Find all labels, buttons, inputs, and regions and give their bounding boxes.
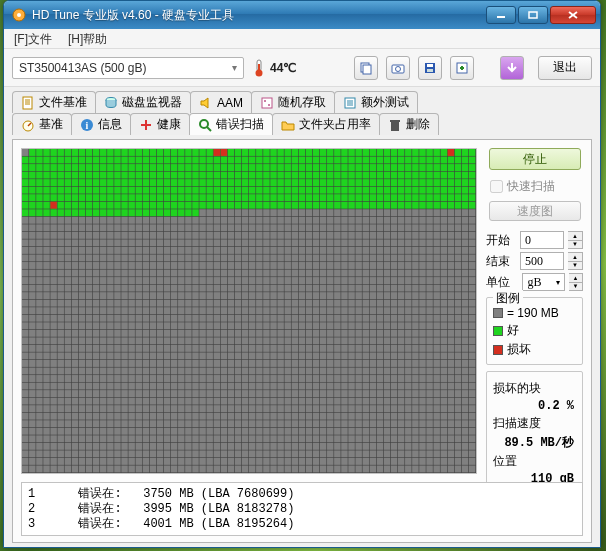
- svg-rect-1537: [263, 322, 269, 329]
- svg-rect-625: [150, 217, 156, 224]
- svg-rect-368: [143, 187, 149, 194]
- svg-rect-196: [284, 164, 290, 171]
- svg-rect-727: [419, 224, 425, 231]
- menu-help[interactable]: [H]帮助: [68, 31, 107, 46]
- svg-rect-1793: [263, 352, 269, 359]
- svg-rect-168: [86, 164, 92, 171]
- screenshot-button[interactable]: [386, 56, 410, 80]
- tab-错误扫描[interactable]: 错误扫描: [189, 113, 273, 135]
- svg-rect-2227: [164, 405, 170, 412]
- svg-rect-1183: [22, 285, 28, 292]
- tab-文件夹占用率[interactable]: 文件夹占用率: [272, 113, 380, 135]
- svg-rect-752: [143, 232, 149, 239]
- close-button[interactable]: [550, 6, 596, 24]
- tab-AAM[interactable]: AAM: [190, 91, 252, 113]
- svg-rect-2719: [22, 465, 28, 472]
- minimize-button[interactable]: [486, 6, 516, 24]
- tab-文件基准[interactable]: 文件基准: [12, 91, 96, 113]
- svg-rect-1215: [249, 285, 255, 292]
- refresh-button[interactable]: [500, 56, 524, 80]
- menu-file[interactable]: [F]文件: [14, 31, 52, 46]
- start-input[interactable]: 0: [520, 231, 564, 249]
- tab-信息[interactable]: i信息: [71, 113, 131, 135]
- svg-rect-1883: [448, 360, 454, 367]
- svg-rect-204: [341, 164, 347, 171]
- svg-rect-1064: [86, 270, 92, 277]
- tab-磁盘监视器[interactable]: 磁盘监视器: [95, 91, 191, 113]
- svg-rect-618: [100, 217, 106, 224]
- unit-spinner[interactable]: ▲▼: [569, 273, 583, 291]
- svg-rect-756: [171, 232, 177, 239]
- copy-button[interactable]: [354, 56, 378, 80]
- svg-rect-612: [57, 217, 63, 224]
- tab-额外测试[interactable]: 额外测试: [334, 91, 418, 113]
- svg-rect-2753: [263, 465, 269, 472]
- svg-rect-268: [341, 172, 347, 179]
- unit-select[interactable]: gB▾: [522, 273, 564, 291]
- svg-rect-1787: [221, 352, 227, 359]
- svg-rect-2438: [299, 428, 305, 435]
- tab-删除[interactable]: 删除: [379, 113, 439, 135]
- save-button[interactable]: [418, 56, 442, 80]
- svg-rect-469: [405, 194, 411, 201]
- svg-rect-936: [86, 254, 92, 261]
- svg-rect-2545: [150, 443, 156, 450]
- svg-rect-2239: [249, 405, 255, 412]
- tab-随机存取[interactable]: 随机存取: [251, 91, 335, 113]
- svg-rect-1069: [121, 270, 127, 277]
- svg-rect-2226: [157, 405, 163, 412]
- svg-rect-2064: [370, 383, 376, 390]
- exit-button[interactable]: 退出: [538, 56, 592, 80]
- error-list[interactable]: 1 错误在: 3750 MB (LBA 7680699)2 错误在: 3995 …: [21, 482, 583, 536]
- svg-rect-1731: [277, 345, 283, 352]
- svg-rect-690: [157, 224, 163, 231]
- svg-rect-981: [405, 254, 411, 261]
- svg-rect-1312: [29, 300, 35, 307]
- svg-rect-2078: [469, 383, 475, 390]
- svg-rect-776: [313, 232, 319, 239]
- svg-rect-1052: [455, 262, 461, 269]
- svg-rect-1321: [93, 300, 99, 307]
- start-spinner[interactable]: ▲▼: [568, 231, 583, 249]
- svg-rect-280: [426, 172, 432, 179]
- svg-rect-2543: [136, 443, 142, 450]
- svg-rect-1042: [384, 262, 390, 269]
- svg-rect-2352: [143, 420, 149, 427]
- svg-rect-1722: [214, 345, 220, 352]
- svg-rect-262: [299, 172, 305, 179]
- tab-基准[interactable]: 基准: [12, 113, 72, 135]
- svg-rect-1819: [448, 352, 454, 359]
- export-button[interactable]: [450, 56, 474, 80]
- svg-rect-1238: [412, 285, 418, 292]
- svg-rect-846: [355, 239, 361, 246]
- svg-rect-605: [462, 209, 468, 216]
- svg-rect-508: [228, 202, 234, 209]
- end-input[interactable]: 500: [520, 252, 564, 270]
- svg-rect-1381: [65, 307, 71, 314]
- svg-rect-49: [150, 149, 156, 156]
- svg-rect-2551: [192, 443, 198, 450]
- svg-rect-1639: [79, 337, 85, 344]
- svg-rect-33: [36, 149, 42, 156]
- stop-button[interactable]: 停止: [489, 148, 581, 170]
- tab-健康[interactable]: 健康: [130, 113, 190, 135]
- svg-rect-1972: [171, 375, 177, 382]
- svg-rect-2288: [143, 413, 149, 420]
- svg-rect-2564: [284, 443, 290, 450]
- svg-rect-2344: [86, 420, 92, 427]
- svg-rect-321: [263, 179, 269, 186]
- svg-rect-2354: [157, 420, 163, 427]
- svg-rect-1306: [441, 292, 447, 299]
- drive-select[interactable]: ST3500413AS (500 gB) ▾: [12, 57, 244, 79]
- svg-rect-1959: [79, 375, 85, 382]
- svg-rect-2185: [320, 398, 326, 405]
- svg-rect-2386: [384, 420, 390, 427]
- end-spinner[interactable]: ▲▼: [568, 252, 583, 270]
- svg-rect-687: [136, 224, 142, 231]
- svg-rect-2705: [377, 458, 383, 465]
- svg-rect-2151: [79, 398, 85, 405]
- svg-rect-589: [348, 209, 354, 216]
- svg-rect-158: [469, 157, 475, 164]
- maximize-button[interactable]: [518, 6, 548, 24]
- svg-rect-2232: [199, 405, 205, 412]
